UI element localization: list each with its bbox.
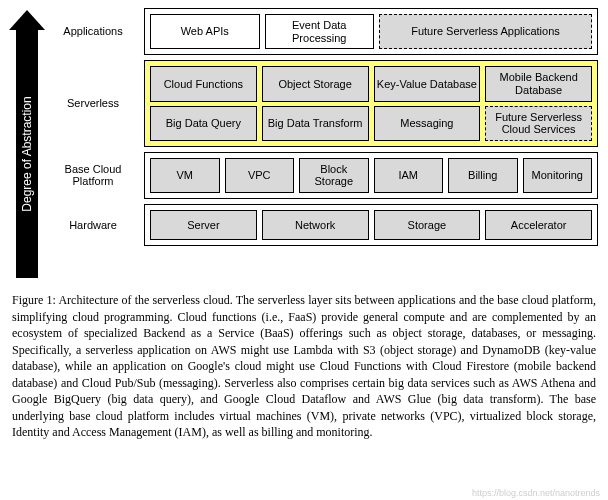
cell-object-storage: Object Storage xyxy=(262,66,369,101)
layer-box-base: VM VPC Block Storage IAM Billing Monitor… xyxy=(144,152,598,199)
base-row: VM VPC Block Storage IAM Billing Monitor… xyxy=(150,158,592,193)
cell-future-apps: Future Serverless Applications xyxy=(379,14,592,49)
figure-caption: Figure 1: Architecture of the serverless… xyxy=(10,292,598,441)
architecture-diagram: Degree of Abstraction Applications Web A… xyxy=(10,8,598,278)
cell-storage: Storage xyxy=(374,210,481,240)
cell-accelerator: Accelerator xyxy=(485,210,592,240)
hardware-row: Server Network Storage Accelerator xyxy=(150,210,592,240)
cell-billing: Billing xyxy=(448,158,518,193)
axis-label: Degree of Abstraction xyxy=(20,96,34,211)
axis-column: Degree of Abstraction xyxy=(10,8,44,278)
cell-iam: IAM xyxy=(374,158,444,193)
serverless-row-1: Cloud Functions Object Storage Key-Value… xyxy=(150,66,592,101)
layer-applications: Applications Web APIs Event Data Process… xyxy=(50,8,598,55)
layer-box-applications: Web APIs Event Data Processing Future Se… xyxy=(144,8,598,55)
layer-hardware: Hardware Server Network Storage Accelera… xyxy=(50,204,598,246)
layer-serverless: Serverless Cloud Functions Object Storag… xyxy=(50,60,598,147)
layer-label-serverless: Serverless xyxy=(50,97,136,110)
layer-box-hardware: Server Network Storage Accelerator xyxy=(144,204,598,246)
cell-vm: VM xyxy=(150,158,220,193)
cell-server: Server xyxy=(150,210,257,240)
cell-monitoring: Monitoring xyxy=(523,158,593,193)
cell-messaging: Messaging xyxy=(374,106,481,141)
serverless-row-2: Big Data Query Big Data Transform Messag… xyxy=(150,106,592,141)
cell-mobile-backend-db: Mobile Backend Database xyxy=(485,66,592,101)
cell-event-data-processing: Event Data Processing xyxy=(265,14,375,49)
apps-row: Web APIs Event Data Processing Future Se… xyxy=(150,14,592,49)
layer-label-hardware: Hardware xyxy=(50,219,136,232)
cell-key-value-db: Key-Value Database xyxy=(374,66,481,101)
cell-vpc: VPC xyxy=(225,158,295,193)
watermark: https://blog.csdn.net/nanotrends xyxy=(472,488,600,498)
layers-container: Applications Web APIs Event Data Process… xyxy=(50,8,598,278)
layer-label-applications: Applications xyxy=(50,25,136,38)
cell-block-storage: Block Storage xyxy=(299,158,369,193)
layer-box-serverless: Cloud Functions Object Storage Key-Value… xyxy=(144,60,598,147)
layer-label-base: Base Cloud Platform xyxy=(50,163,136,188)
cell-cloud-functions: Cloud Functions xyxy=(150,66,257,101)
cell-big-data-query: Big Data Query xyxy=(150,106,257,141)
cell-web-apis: Web APIs xyxy=(150,14,260,49)
cell-network: Network xyxy=(262,210,369,240)
abstraction-arrow: Degree of Abstraction xyxy=(16,30,38,278)
cell-big-data-transform: Big Data Transform xyxy=(262,106,369,141)
layer-base-cloud: Base Cloud Platform VM VPC Block Storage… xyxy=(50,152,598,199)
cell-future-cloud-services: Future Serverless Cloud Services xyxy=(485,106,592,141)
